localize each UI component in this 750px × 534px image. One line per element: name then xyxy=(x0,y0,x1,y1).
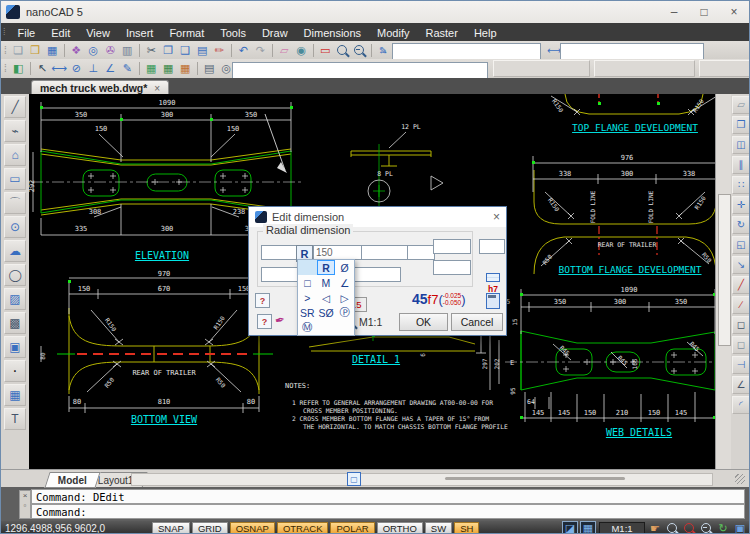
notes-button[interactable]: ▤ xyxy=(201,61,218,77)
gradient-tool[interactable]: ▩ xyxy=(4,312,26,334)
suffix-field[interactable] xyxy=(361,245,409,260)
array-tool[interactable]: ∷ xyxy=(732,176,750,194)
minimize-button[interactable]: – xyxy=(659,1,689,23)
quick-dimension-input[interactable] xyxy=(560,43,704,60)
toggle-snap[interactable]: SNAP xyxy=(152,522,190,534)
symbol-option-◁[interactable]: ◁ xyxy=(317,290,336,305)
arc-tool[interactable]: ⌒ xyxy=(4,192,26,214)
table-export-button[interactable]: ▦ xyxy=(177,61,194,77)
help-question-button[interactable]: ? xyxy=(255,293,270,308)
workspace-button[interactable]: ◧ xyxy=(10,61,27,77)
menu-draw[interactable]: Draw xyxy=(254,27,296,39)
symbol-option-□[interactable]: □ xyxy=(298,275,317,290)
scale-tool[interactable]: ◱ xyxy=(732,236,750,254)
table-edit-button[interactable]: ▦ xyxy=(160,61,177,77)
draft-mode-icon[interactable]: ◪ xyxy=(562,521,578,534)
tab-close-icon[interactable]: × xyxy=(154,83,160,94)
toggle-sh[interactable]: SH xyxy=(454,522,479,534)
horizontal-scrollbar[interactable] xyxy=(131,473,713,486)
cancel-button[interactable]: Cancel xyxy=(451,313,503,331)
style-brush-icon[interactable]: ✒ xyxy=(273,312,286,328)
redo-button[interactable]: ↷ xyxy=(252,42,269,58)
tolerance-table-button[interactable]: h7 xyxy=(485,273,501,294)
menu-format[interactable]: Format xyxy=(161,27,212,39)
erase-tool[interactable]: ▱ xyxy=(732,96,750,114)
menu-tools[interactable]: Tools xyxy=(212,27,254,39)
quick-help-button[interactable]: ? xyxy=(257,314,272,329)
vertical-scrollbar[interactable] xyxy=(715,94,731,469)
copy-tool[interactable]: ❐ xyxy=(732,116,750,134)
fillet-tool[interactable]: ◜ xyxy=(732,396,750,414)
line-tool[interactable]: ╱ xyxy=(4,96,26,118)
dim-radius-button[interactable]: ⊘ xyxy=(68,61,85,77)
tolerance-field[interactable] xyxy=(407,245,435,260)
fit-preview[interactable]: 45f7(-0.025-0.050) xyxy=(412,291,466,307)
symbol-option-Ⓟ[interactable]: Ⓟ xyxy=(335,305,354,320)
dim-edit-button[interactable]: ✎ xyxy=(119,61,136,77)
symbol-option-∠[interactable]: ∠ xyxy=(335,275,354,290)
restore-window-icon[interactable]: ▢ xyxy=(347,472,361,486)
dim-ordinate-button[interactable]: ⊥ xyxy=(85,61,102,77)
trim-tool[interactable]: ╱ xyxy=(732,276,750,294)
break-point-tool[interactable]: ◻ xyxy=(732,336,750,354)
document-tab[interactable]: mech truck web.dwg* × xyxy=(31,80,169,95)
plot-button[interactable]: ❖ xyxy=(68,42,85,58)
menu-raster[interactable]: Raster xyxy=(417,27,465,39)
text-tool[interactable]: T xyxy=(4,408,26,430)
symbol-option-Ø[interactable]: Ø xyxy=(335,260,354,275)
close-button[interactable]: × xyxy=(719,1,749,23)
menu-insert[interactable]: Insert xyxy=(118,27,162,39)
symbol-option-none[interactable] xyxy=(298,260,317,275)
lower-deviation-field[interactable] xyxy=(433,260,471,275)
mirror-tool[interactable]: ◫ xyxy=(732,136,750,154)
scale-display[interactable]: M1:1 xyxy=(599,522,645,534)
symbol-option-M[interactable]: M xyxy=(317,275,336,290)
move-tool[interactable]: ✛ xyxy=(732,196,750,214)
menu-dimensions[interactable]: Dimensions xyxy=(296,27,369,39)
menu-modify[interactable]: Modify xyxy=(369,27,417,39)
zoom-realtime-button[interactable]: ◉ xyxy=(293,42,310,58)
region-tool[interactable]: ▣ xyxy=(4,336,26,358)
circle-tool[interactable]: ⊙ xyxy=(4,216,26,238)
toggle-polar[interactable]: POLAR xyxy=(330,522,374,534)
break-tool[interactable]: ◻ xyxy=(732,316,750,334)
polygon-tool[interactable]: ⌂ xyxy=(4,144,26,166)
pan-button[interactable]: ☛ xyxy=(648,522,662,534)
ok-button[interactable]: OK xyxy=(399,313,448,331)
save-button[interactable]: ▦ xyxy=(44,42,61,58)
select-cursor-button[interactable]: ↖ xyxy=(34,61,51,77)
table-insert-button[interactable]: ▦ xyxy=(143,61,160,77)
upper-deviation-field[interactable] xyxy=(433,239,471,254)
stretch-tool[interactable]: ↘ xyxy=(732,256,750,274)
rectangle-tool[interactable]: ▭ xyxy=(4,168,26,190)
copy-button[interactable]: ❐ xyxy=(160,42,177,58)
zoom-extents-button[interactable]: ▣ xyxy=(733,522,747,534)
prefix-field[interactable] xyxy=(261,245,300,260)
calculator-button[interactable] xyxy=(486,293,500,309)
polyline-tool[interactable]: ⌁ xyxy=(4,120,26,142)
undo-button[interactable]: ↶ xyxy=(235,42,252,58)
ellipse-tool[interactable]: ◯ xyxy=(4,264,26,286)
tab-model[interactable]: Model xyxy=(44,472,100,488)
dimension-value-field[interactable] xyxy=(313,245,363,260)
paste-special-button[interactable]: ▤ xyxy=(194,42,211,58)
symbol-option-▷[interactable]: ▷ xyxy=(335,290,354,305)
chamfer-tool[interactable]: ∠ xyxy=(732,376,750,394)
symbol-option-SØ[interactable]: SØ xyxy=(317,305,336,320)
zoom-window-button[interactable] xyxy=(682,522,696,534)
resize-grip[interactable] xyxy=(735,474,745,484)
erase-button[interactable]: ▱ xyxy=(276,42,293,58)
command-combo-input[interactable] xyxy=(232,62,488,79)
vertical-scrollbar-thumb[interactable] xyxy=(718,194,731,346)
command-input-line[interactable]: Command: xyxy=(31,504,745,519)
dim-linear-button[interactable]: ⟷ xyxy=(51,61,68,77)
table-tool[interactable]: ▦ xyxy=(4,384,26,406)
zoom-realtime-button[interactable] xyxy=(665,522,679,534)
quick-edit-input[interactable] xyxy=(392,43,541,60)
unit-field[interactable] xyxy=(479,239,505,254)
extend-tool[interactable]: ∕ xyxy=(732,296,750,314)
rotate-tool[interactable]: ↻ xyxy=(732,216,750,234)
toggle-sw[interactable]: SW xyxy=(425,522,452,534)
maximize-button[interactable]: □ xyxy=(689,1,719,23)
symbol-option-R[interactable]: R xyxy=(317,260,336,275)
